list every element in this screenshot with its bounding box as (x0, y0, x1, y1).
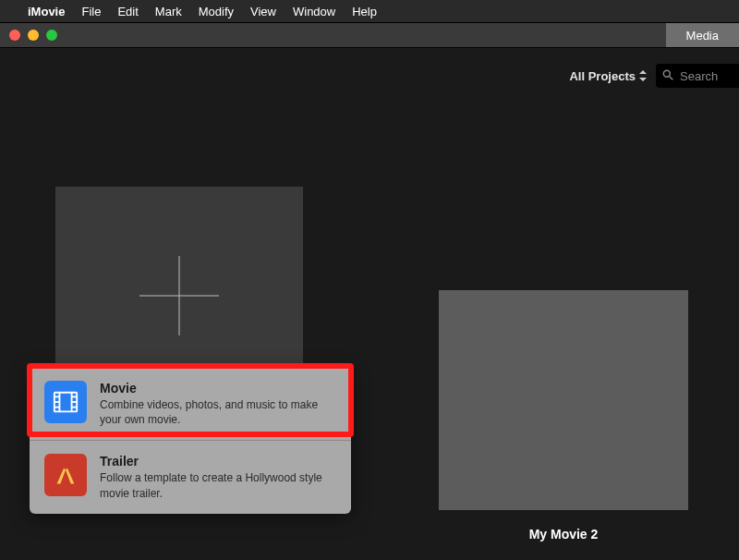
tab-media[interactable]: Media (666, 23, 739, 47)
project-title: My Movie 2 (439, 527, 688, 542)
svg-point-0 (663, 70, 670, 77)
filmstrip-icon (44, 381, 87, 423)
popover-item-title: Movie (100, 381, 331, 396)
popover-item-desc: Combine videos, photos, and music to mak… (100, 397, 331, 427)
plus-icon (139, 256, 219, 335)
projects-filter-dropdown[interactable]: All Projects (569, 69, 647, 83)
svg-marker-12 (66, 469, 74, 484)
zoom-window-button[interactable] (46, 30, 57, 41)
app-menu[interactable]: iMovie (28, 5, 65, 18)
popover-item-title: Trailer (100, 454, 331, 469)
minimize-window-button[interactable] (28, 30, 39, 41)
search-placeholder: Search (680, 69, 718, 83)
menu-file[interactable]: File (81, 5, 101, 18)
menu-modify[interactable]: Modify (199, 5, 234, 18)
menu-mark[interactable]: Mark (155, 5, 182, 18)
menu-edit[interactable]: Edit (117, 5, 138, 18)
close-window-button[interactable] (9, 30, 20, 41)
projects-toolbar: All Projects Search (0, 48, 739, 103)
search-input[interactable]: Search (656, 64, 739, 88)
menubar: iMovie File Edit Mark Modify View Window… (0, 0, 739, 22)
new-project-popover: Movie Combine videos, photos, and music … (30, 368, 351, 514)
window-titlebar: Media (0, 22, 739, 48)
traffic-lights (9, 30, 57, 41)
popover-item-trailer[interactable]: Trailer Follow a template to create a Ho… (30, 440, 351, 513)
svg-marker-11 (57, 469, 66, 484)
menu-view[interactable]: View (250, 5, 276, 18)
menu-help[interactable]: Help (352, 5, 377, 18)
spotlight-icon (44, 454, 87, 496)
popover-item-movie[interactable]: Movie Combine videos, photos, and music … (30, 368, 351, 440)
project-card[interactable]: My Movie 2 (439, 290, 688, 542)
svg-line-1 (670, 76, 673, 79)
projects-area: My Movie 2 (0, 103, 739, 404)
search-icon (661, 68, 674, 84)
project-thumbnail[interactable] (439, 290, 688, 510)
projects-filter-label: All Projects (569, 69, 636, 83)
sort-arrows-icon (639, 70, 647, 81)
menu-window[interactable]: Window (293, 5, 335, 18)
popover-item-desc: Follow a template to create a Hollywood … (100, 470, 331, 500)
